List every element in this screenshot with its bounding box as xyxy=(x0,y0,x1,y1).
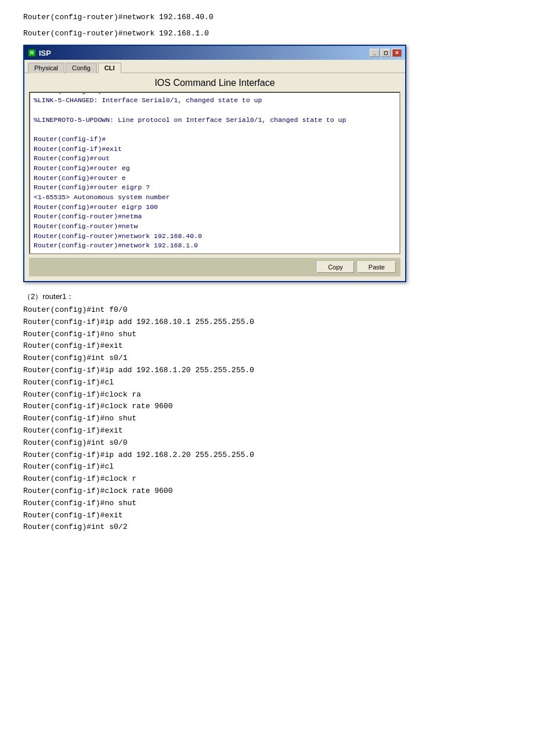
code-line: Router(config-if)#no shut xyxy=(23,498,511,510)
code-line: Router(config-if)#no shut xyxy=(23,413,511,425)
cli-actions: Copy Paste xyxy=(29,258,400,276)
code-line: Router(config-if)#clock ra xyxy=(23,389,511,401)
code-line: Router(config-if)#clock r xyxy=(23,473,511,485)
dialog-icon: R xyxy=(28,49,36,57)
code-line: Router(config-if)#clock rate 9600 xyxy=(23,485,511,498)
section-label: （2）router1： xyxy=(23,291,511,302)
code-line: Router(config)#int s0/1 xyxy=(23,352,511,365)
code-line: Router(config)#int f0/0 xyxy=(23,304,511,316)
svg-text:R: R xyxy=(30,50,34,56)
cli-terminal[interactable]: Router(config-if)#ip add 192.168.1.10 25… xyxy=(29,92,400,254)
dialog-title: ISP xyxy=(39,49,51,57)
titlebar-left: R ISP xyxy=(28,49,51,57)
dialog-heading: IOS Command Line Interface xyxy=(29,78,400,88)
code-line: Router(config-if)#ip add 192.168.2.20 25… xyxy=(23,449,511,462)
restore-button[interactable]: ◻ xyxy=(381,49,391,57)
isp-dialog: R ISP _ ◻ ✕ Physical Config CLI IOS Comm… xyxy=(23,45,406,282)
pre-text-line2: Router(config-router)#network 192.168.1.… xyxy=(23,28,511,39)
pre-text-line1: Router(config-router)#network 192.168.40… xyxy=(23,12,511,23)
tab-physical[interactable]: Physical xyxy=(28,63,64,73)
code-line: Router(config)#int s0/2 xyxy=(23,521,511,534)
paste-button[interactable]: Paste xyxy=(358,261,396,273)
code-line: Router(config-if)#clock rate 9600 xyxy=(23,401,511,413)
tab-config[interactable]: Config xyxy=(66,63,97,73)
code-line: Router(config-if)#exit xyxy=(23,510,511,522)
code-line: Router(config-if)#exit xyxy=(23,425,511,437)
code-line: Router(config-if)#cl xyxy=(23,461,511,473)
minimize-button[interactable]: _ xyxy=(370,49,380,57)
copy-button[interactable]: Copy xyxy=(317,261,354,273)
titlebar-controls: _ ◻ ✕ xyxy=(370,49,402,57)
code-line: Router(config-if)#no shut xyxy=(23,329,511,341)
dialog-tabs: Physical Config CLI xyxy=(24,60,405,73)
code-line: Router(config-if)#ip add 192.168.1.20 25… xyxy=(23,365,511,377)
section-lines: Router(config)#int f0/0Router(config-if)… xyxy=(23,304,511,534)
code-line: Router(config-if)#exit xyxy=(23,340,511,352)
code-line: Router(config-if)#ip add 192.168.10.1 25… xyxy=(23,316,511,329)
dialog-body: IOS Command Line Interface Router(config… xyxy=(24,73,405,281)
code-line: Router(config-if)#cl xyxy=(23,377,511,389)
dialog-titlebar: R ISP _ ◻ ✕ xyxy=(24,46,405,60)
tab-cli[interactable]: CLI xyxy=(98,63,121,73)
code-line: Router(config)#int s0/0 xyxy=(23,437,511,449)
close-button[interactable]: ✕ xyxy=(392,49,402,57)
